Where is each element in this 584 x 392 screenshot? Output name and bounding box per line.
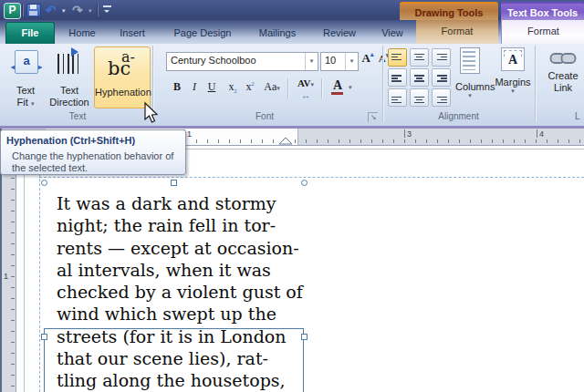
hyphenation-label: Hyphenation	[95, 87, 150, 98]
text-direction-label2: Direction	[47, 97, 91, 108]
chain-link-icon	[549, 50, 577, 67]
handle-top-center[interactable]	[171, 180, 177, 186]
margins-icon-dash	[504, 50, 522, 57]
font-dialog-launcher[interactable]: ↘	[368, 112, 378, 122]
character-spacing-button[interactable]: AV▾ ↔	[294, 78, 318, 97]
alignment-group-label: Alignment	[402, 111, 516, 121]
align-middle-left-button[interactable]	[388, 68, 407, 87]
tab-mailings[interactable]: Mailings	[250, 23, 305, 44]
create-link-label2: Link	[542, 82, 584, 94]
text-line: rents — except at occasion-	[57, 237, 305, 259]
group-separator	[382, 46, 384, 122]
group-separator	[535, 46, 537, 122]
text-direction-button[interactable]: Text Direction	[47, 46, 91, 108]
columns-button[interactable]: Columns ▾	[455, 47, 485, 99]
ribbon: ◂a▸ Text Fit ▾ Text Direction bc a- Hyph…	[0, 44, 584, 129]
tab-format-drawing[interactable]: Format	[416, 20, 498, 44]
subscript-x: x	[229, 80, 235, 93]
bold-button[interactable]: B	[170, 80, 184, 98]
publisher-app-icon[interactable]: P	[4, 3, 21, 19]
font-color-swatch	[331, 92, 343, 95]
font-name-dropdown-icon[interactable]: ▾	[305, 53, 318, 70]
undo-dropdown-icon[interactable]: ▾	[62, 7, 66, 15]
handle-top-left[interactable]	[41, 180, 47, 186]
publisher-window: P ↶ ▾ ↷ ▾ Drawing Tools Text Box Tools F…	[0, 0, 584, 392]
change-case-dropdown-icon: ▾	[276, 85, 280, 92]
create-link-label1: Create	[542, 70, 584, 82]
text-line: night; the rain fell in tor-	[57, 214, 305, 236]
spacing-av: AV	[297, 77, 310, 88]
ruler-number-3: 3	[407, 129, 412, 139]
font-group-label: Font	[219, 111, 310, 121]
undo-icon[interactable]: ↶	[46, 2, 57, 18]
tab-view[interactable]: View	[370, 23, 414, 44]
tab-format-textbox-active[interactable]: Format	[501, 20, 584, 44]
redo-dropdown-icon[interactable]: ▾	[89, 7, 92, 15]
align-top-center-button[interactable]	[410, 48, 429, 67]
subscript-button[interactable]: x2	[225, 80, 240, 98]
redo-icon[interactable]: ↷	[72, 2, 83, 18]
margins-button[interactable]: A Margins ▾	[495, 47, 531, 95]
handle-middle-left[interactable]	[41, 334, 47, 340]
save-icon[interactable]	[26, 4, 41, 17]
text-line: that our scene lies), rat-	[57, 347, 305, 369]
font-color-letter: A	[333, 78, 342, 92]
change-case-letters: Aa	[264, 80, 276, 93]
page-left-edge	[24, 149, 25, 392]
text-line: al intervals, when it was	[57, 259, 305, 281]
tab-page-design[interactable]: Page Design	[160, 23, 245, 44]
titlebar-separator	[22, 4, 24, 16]
text-fit-label1: Text	[5, 85, 46, 97]
font-size-value: 10	[325, 55, 336, 66]
text-direction-label1: Text	[47, 85, 91, 97]
tfit-arrow-left: ◂	[11, 57, 15, 77]
tab-insert[interactable]: Insert	[110, 23, 154, 44]
font-name-value: Century Schoolboo	[171, 55, 256, 66]
text-line: checked by a violent gust of	[57, 281, 305, 303]
margin-guide-vertical	[39, 151, 40, 392]
handle-middle-right[interactable]	[301, 334, 308, 340]
margins-label: Margins	[495, 77, 531, 88]
superscript-2: 2	[252, 81, 255, 87]
text-fit-dropdown-icon: ▾	[31, 100, 35, 107]
change-case-button[interactable]: Aa▾	[261, 80, 283, 98]
align-top-left-button[interactable]	[388, 48, 407, 67]
tab-file[interactable]: File	[5, 22, 55, 45]
italic-button[interactable]: I	[188, 80, 201, 98]
tooltip-title: Hyphenation (Ctrl+Shift+H)	[6, 135, 135, 146]
superscript-button[interactable]: x2	[243, 80, 257, 98]
font-size-dropdown-icon[interactable]: ▾	[345, 53, 358, 70]
text-fit-button[interactable]: ◂a▸ Text Fit ▾	[5, 46, 46, 108]
grow-font-button[interactable]: A▴	[360, 51, 375, 69]
text-direction-arrow	[71, 47, 83, 57]
align-bottom-center-button[interactable]	[410, 88, 429, 107]
tab-home[interactable]: Home	[60, 23, 104, 44]
text-line: It was a dark and stormy	[57, 192, 305, 214]
page-workspace[interactable]: 1 It was a dark and stormy night; the ra…	[0, 146, 584, 392]
hyphenation-button[interactable]: bc a- Hyphenation	[94, 46, 151, 108]
create-link-button[interactable]: Create Link	[542, 48, 584, 94]
align-middle-center-button[interactable]	[410, 68, 429, 87]
text-fit-label2: Fit ▾	[5, 97, 46, 109]
margins-icon: A	[501, 47, 525, 71]
text-group-label: Text	[27, 111, 128, 121]
align-bottom-right-button[interactable]	[432, 88, 451, 107]
align-bottom-left-button[interactable]	[388, 88, 407, 107]
spacing-arrows-icon: ↔	[301, 90, 310, 100]
tab-review[interactable]: Review	[314, 23, 365, 44]
text-fit-icon: ◂a▸	[15, 50, 38, 74]
font-size-combo[interactable]: 10 ▾	[320, 52, 359, 71]
quick-access-customize-icon[interactable]	[101, 5, 113, 15]
handle-top-right[interactable]	[301, 180, 308, 186]
font-color-dropdown-icon[interactable]: ▾	[349, 84, 352, 91]
align-top-right-button[interactable]	[432, 48, 451, 67]
align-middle-right-button[interactable]	[432, 68, 451, 87]
hyphenation-tooltip: Hyphenation (Ctrl+Shift+H) Change the hy…	[0, 129, 186, 175]
font-name-combo[interactable]: Century Schoolboo ▾	[166, 52, 318, 71]
indent-marker-icon[interactable]	[278, 137, 293, 145]
underline-button[interactable]: U	[204, 80, 219, 98]
story-text[interactable]: It was a dark and stormy night; the rain…	[57, 192, 305, 392]
vertical-ruler[interactable]: 1	[0, 146, 16, 392]
font-color-button[interactable]: A	[330, 78, 345, 97]
linking-group-label: L	[575, 111, 584, 121]
